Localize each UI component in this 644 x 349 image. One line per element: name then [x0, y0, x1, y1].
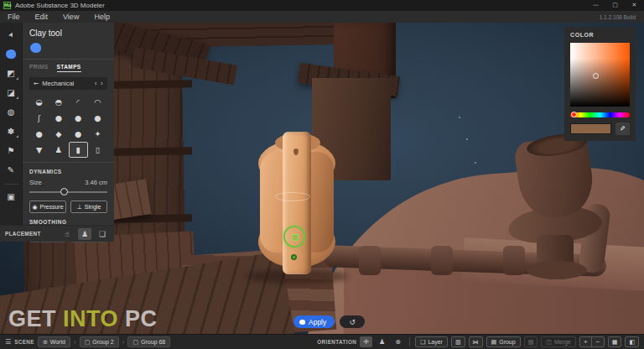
- orientation-world-button[interactable]: ⊕: [392, 336, 404, 347]
- stamp-cell[interactable]: ✦: [88, 126, 107, 142]
- tool-select[interactable]: ➤: [3, 27, 19, 43]
- next-category-icon[interactable]: ›: [101, 80, 103, 87]
- stamp-cell[interactable]: ●: [88, 110, 107, 126]
- maximize-button[interactable]: ▢: [605, 0, 625, 11]
- tool-smudge[interactable]: ✽: [3, 123, 19, 139]
- stamp-cell[interactable]: ●: [69, 126, 88, 142]
- stamp-cell[interactable]: ◠: [88, 94, 107, 110]
- breadcrumb-group-2[interactable]: ▢ Group 2: [80, 336, 119, 347]
- stamp-cell[interactable]: ʃ: [29, 110, 49, 126]
- stamp-shape-icon: ▼: [36, 145, 42, 154]
- stamp-cell-selected[interactable]: ▮: [69, 142, 88, 158]
- smoothing-heading: SMOOTHING: [29, 219, 107, 225]
- transform-gizmo[interactable]: [283, 226, 305, 247]
- pressure-button[interactable]: ◉ Pressure: [29, 201, 66, 213]
- minimize-button[interactable]: —: [586, 0, 605, 11]
- stamp-cell[interactable]: ●: [29, 126, 49, 142]
- duplicate-button[interactable]: ▥: [451, 336, 465, 347]
- stamp-cell[interactable]: ♟: [49, 142, 68, 158]
- pipe-coupling: [359, 246, 381, 275]
- single-button[interactable]: ⊥ Single: [70, 201, 107, 213]
- group-button[interactable]: ▤ Group: [486, 336, 521, 347]
- selected-canister[interactable]: [253, 118, 340, 279]
- group-box-icon: ▢: [132, 339, 138, 346]
- app-icon: Mo: [3, 2, 11, 9]
- tool-eraser[interactable]: ◪: [3, 85, 19, 101]
- placement-hand-button[interactable]: ☝: [60, 228, 74, 240]
- menu-edit[interactable]: Edit: [28, 11, 56, 23]
- zoom-in-button[interactable]: +: [580, 337, 592, 346]
- divider: [409, 337, 410, 346]
- stamp-cell[interactable]: ◓: [49, 94, 68, 110]
- inflate-sphere-icon: ◍: [8, 107, 15, 117]
- app-window: Mo Adobe Substance 3D Modeler — ▢ ✕ File…: [0, 0, 644, 349]
- watermark: GET INTO PC: [8, 306, 158, 332]
- placement-frame-button[interactable]: ❏: [96, 228, 109, 240]
- hue-slider-handle[interactable]: [571, 112, 577, 117]
- stamp-cell[interactable]: ◜: [69, 94, 88, 110]
- placement-pose-button[interactable]: ♟: [78, 228, 91, 240]
- breadcrumb-world[interactable]: ⊕ World: [38, 336, 70, 347]
- apply-button[interactable]: Apply: [293, 315, 335, 328]
- orientation-pose-button[interactable]: ♟: [376, 336, 388, 347]
- divider: [23, 59, 114, 60]
- mirror-icon: ⋈: [473, 339, 479, 346]
- layer-button[interactable]: ❏ Layer: [415, 336, 448, 347]
- tab-prims[interactable]: PRIMS: [29, 64, 49, 72]
- back-arrow-icon[interactable]: ←: [34, 80, 39, 87]
- watermark-text: INTO: [63, 306, 118, 331]
- menu-file[interactable]: File: [0, 11, 28, 23]
- eyedropper-button[interactable]: ✎: [615, 122, 630, 135]
- stamp-cell[interactable]: ●: [69, 110, 88, 126]
- tool-stamp[interactable]: ◩: [3, 65, 19, 81]
- eraser-icon: ◪: [7, 88, 14, 97]
- stamp-category-selector[interactable]: ← Mechanical ‹ ›: [29, 77, 107, 90]
- stamp-tabs: PRIMS STAMPS: [29, 64, 107, 72]
- stamp-cell[interactable]: ◆: [49, 126, 68, 142]
- prev-category-icon[interactable]: ‹: [95, 80, 97, 87]
- zoom-out-button[interactable]: −: [592, 337, 604, 346]
- tool-save[interactable]: ▣: [3, 189, 19, 205]
- tab-stamps[interactable]: STAMPS: [57, 64, 81, 72]
- ground-plane-icon: ◧: [629, 339, 635, 346]
- stamp-cell[interactable]: ▯: [88, 142, 107, 158]
- breadcrumb-group-68[interactable]: ▢ Group 68: [127, 336, 170, 347]
- ungroup-button[interactable]: ▧: [524, 336, 538, 347]
- menu-help[interactable]: Help: [86, 11, 117, 23]
- stamp-cell[interactable]: ◒: [29, 94, 49, 110]
- close-button[interactable]: ✕: [625, 0, 644, 11]
- tool-paint[interactable]: ⚑: [3, 143, 19, 159]
- placement-bar: PLACEMENT ☝ ♟ ❏: [0, 225, 114, 242]
- orientation-gizmo-button[interactable]: ✛: [360, 336, 372, 347]
- clay-blob-icon: [6, 49, 16, 59]
- merge-button[interactable]: ◫ Merge: [541, 336, 575, 347]
- menu-bar: File Edit View Help 1.1.2.108 Build: [0, 11, 644, 23]
- watermark-text: PC: [118, 306, 158, 331]
- snap-grid-button[interactable]: ▦: [608, 336, 622, 347]
- breadcrumb-label: Group 2: [92, 339, 113, 345]
- merge-icon: ◫: [546, 339, 552, 346]
- ground-plane-button[interactable]: ◧: [625, 336, 639, 347]
- pipe-coupling: [503, 246, 525, 275]
- scene-panel-icon[interactable]: ☰: [5, 338, 11, 346]
- tool-inflate[interactable]: ◍: [3, 104, 19, 120]
- sv-picker-handle[interactable]: [593, 73, 599, 79]
- ungroup-icon: ▧: [528, 339, 534, 346]
- size-value: 3.46 cm: [85, 179, 107, 186]
- menu-view[interactable]: View: [55, 11, 86, 23]
- stamp-cell[interactable]: ▼: [29, 142, 49, 158]
- size-slider-knob[interactable]: [60, 188, 68, 195]
- gizmo-handle[interactable]: [292, 234, 299, 241]
- tool-clay[interactable]: [3, 46, 19, 62]
- hue-slider[interactable]: [570, 112, 630, 117]
- mirror-button[interactable]: ⋈: [469, 336, 483, 347]
- toolbar-divider: [4, 184, 18, 185]
- saturation-value-picker[interactable]: [570, 43, 630, 107]
- stamp-cell[interactable]: ●: [49, 110, 68, 126]
- tool-wire[interactable]: ✎: [3, 162, 19, 178]
- undo-button[interactable]: ↺: [340, 315, 365, 328]
- size-slider[interactable]: [29, 188, 107, 195]
- gizmo-pivot-dot[interactable]: [291, 254, 297, 260]
- group-box-icon: ▢: [85, 339, 91, 346]
- size-slider-track: [29, 191, 107, 193]
